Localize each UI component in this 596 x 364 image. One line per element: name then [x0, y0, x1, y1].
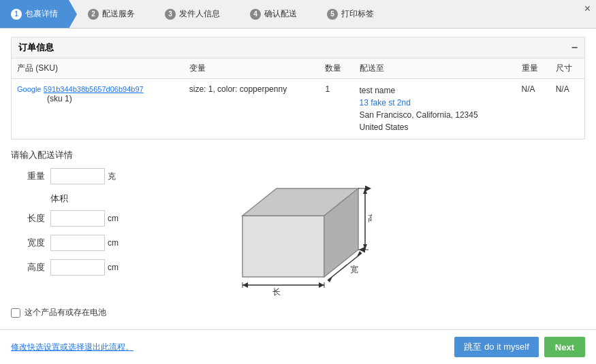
- volume-label: 体积: [50, 193, 202, 205]
- sku-sub: (sku 1): [47, 94, 72, 103]
- order-section-header: 订单信息 −: [11, 37, 585, 59]
- step-5-num: 5: [327, 9, 338, 20]
- svg-marker-0: [242, 216, 324, 277]
- svg-marker-18: [363, 244, 367, 250]
- length-input[interactable]: [50, 210, 105, 227]
- width-label: 宽度: [11, 237, 45, 249]
- svg-marker-10: [242, 282, 248, 288]
- col-size: 尺寸: [550, 59, 585, 79]
- order-section-title: 订单信息: [18, 42, 54, 54]
- col-variant: 变量: [184, 59, 320, 79]
- footer-buttons: 跳至 do it myself Next: [454, 337, 585, 357]
- height-row: 高度 cm: [11, 259, 202, 276]
- address-line2: San Francisco, California, 12345: [360, 110, 478, 120]
- col-weight: 重量: [516, 59, 550, 79]
- shipping-section-label: 请输入配送详情: [11, 149, 585, 161]
- step-2[interactable]: 2 配送服务: [77, 0, 146, 28]
- form-left: 重量 克 体积 长度 cm 宽度 cm: [11, 168, 202, 284]
- weight-input[interactable]: [50, 168, 105, 184]
- step-2-num: 2: [88, 9, 99, 20]
- svg-text:高度: 高度: [368, 214, 372, 223]
- step-4-label: 确认配送: [264, 8, 297, 20]
- quantity-cell: 1: [319, 79, 354, 139]
- address-name: test name: [360, 86, 396, 95]
- width-unit: cm: [108, 238, 119, 248]
- step-5-label: 打印标签: [341, 8, 374, 20]
- address-cell: test name 13 fake st 2nd San Francisco, …: [354, 79, 516, 139]
- svg-marker-17: [363, 188, 367, 194]
- close-button[interactable]: ×: [584, 3, 591, 15]
- sku-link[interactable]: 591b344b38b5657d06b94b97: [44, 85, 144, 93]
- step-3[interactable]: 3 发件人信息: [154, 0, 231, 28]
- step-3-num: 3: [165, 9, 176, 20]
- weight-label: 重量: [11, 170, 45, 182]
- step-5[interactable]: 5 打印标签: [316, 0, 385, 28]
- col-quantity: 数量: [319, 59, 354, 79]
- variant-cell: size: 1, color: copperpenny: [184, 79, 320, 139]
- battery-label: 这个产品有或存在电池: [25, 307, 106, 318]
- skip-button[interactable]: 跳至 do it myself: [454, 337, 538, 357]
- form-area: 重量 克 体积 长度 cm 宽度 cm: [11, 168, 585, 297]
- step-1[interactable]: 1 包裹详情: [0, 0, 69, 28]
- svg-marker-11: [319, 282, 324, 288]
- steps-bar: 1 包裹详情 2 配送服务 3 发件人信息 4 确认配送 5 打印标签: [0, 0, 596, 29]
- order-table: 产品 (SKU) 变量 数量 配送至 重量 尺寸 Google 591b344b…: [11, 59, 585, 139]
- weight-row: 重量 克: [11, 168, 202, 184]
- svg-text:宽: 宽: [350, 265, 358, 274]
- length-row: 长度 cm: [11, 210, 202, 227]
- svg-text:长: 长: [272, 287, 281, 297]
- box-diagram: 高度 长 宽: [222, 175, 372, 297]
- main-content: 订单信息 − 产品 (SKU) 变量 数量 配送至 重量 尺寸 Google 5…: [0, 29, 596, 329]
- height-label: 高度: [11, 261, 45, 274]
- battery-checkbox[interactable]: [11, 308, 20, 318]
- step-1-num: 1: [11, 9, 22, 20]
- collapse-button[interactable]: −: [571, 42, 578, 54]
- footer: 修改快选设置或选择退出此流程。 跳至 do it myself Next: [0, 329, 596, 364]
- height-unit: cm: [108, 263, 119, 272]
- weight-cell: N/A: [516, 79, 550, 139]
- col-product: 产品 (SKU): [12, 59, 184, 79]
- step-arrow-4: [308, 0, 316, 29]
- weight-unit: 克: [108, 171, 116, 182]
- step-arrow-2: [146, 0, 154, 29]
- length-unit: cm: [108, 214, 119, 223]
- battery-row: 这个产品有或存在电池: [11, 307, 585, 318]
- width-input[interactable]: [50, 235, 105, 251]
- step-arrow-3: [231, 0, 239, 29]
- next-button[interactable]: Next: [544, 337, 585, 357]
- width-row: 宽度 cm: [11, 235, 202, 251]
- step-4-num: 4: [250, 9, 261, 20]
- step-arrow-1: [69, 0, 77, 29]
- modal-container: × 1 包裹详情 2 配送服务 3 发件人信息 4 确认配送 5 打印标签: [0, 0, 596, 364]
- height-input[interactable]: [50, 259, 105, 276]
- size-cell: N/A: [550, 79, 585, 139]
- product-cell: Google 591b344b38b5657d06b94b97 (sku 1): [12, 79, 184, 139]
- step-3-label: 发件人信息: [179, 8, 220, 20]
- address-line1[interactable]: 13 fake st 2nd: [360, 98, 411, 107]
- step-2-label: 配送服务: [102, 8, 135, 20]
- col-ship-to: 配送至: [354, 59, 516, 79]
- table-row: Google 591b344b38b5657d06b94b97 (sku 1) …: [12, 79, 585, 139]
- address-line3: United States: [360, 122, 409, 132]
- step-1-label: 包裹详情: [25, 8, 58, 20]
- step-4[interactable]: 4 确认配送: [239, 0, 308, 28]
- google-link[interactable]: Google: [17, 85, 41, 93]
- footer-link[interactable]: 修改快选设置或选择退出此流程。: [11, 342, 134, 353]
- length-label: 长度: [11, 212, 45, 225]
